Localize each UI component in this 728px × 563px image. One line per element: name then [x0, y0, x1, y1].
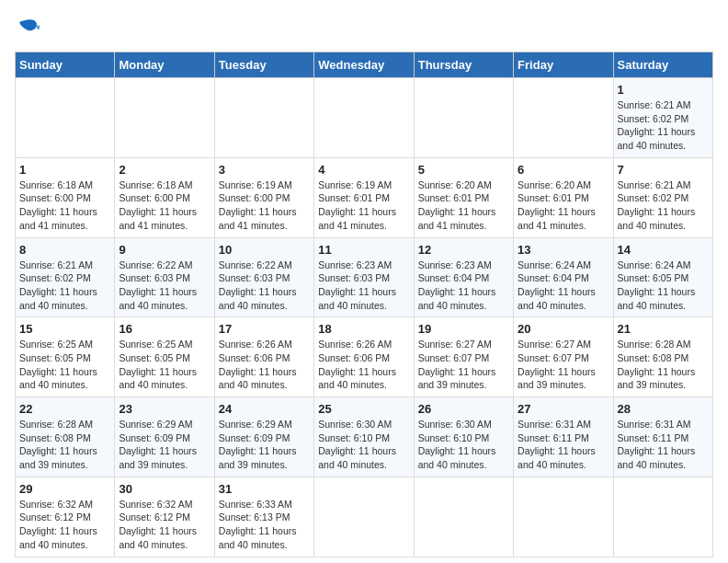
calendar-cell	[414, 477, 513, 557]
calendar-cell: 12 Sunrise: 6:23 AM Sunset: 6:04 PM Dayl…	[414, 237, 513, 317]
day-number: 16	[119, 322, 210, 336]
calendar-cell	[514, 477, 613, 557]
day-info: Sunrise: 6:30 AM Sunset: 6:10 PM Dayligh…	[418, 418, 509, 472]
day-number: 10	[219, 243, 310, 257]
calendar-cell: 14 Sunrise: 6:24 AM Sunset: 6:05 PM Dayl…	[613, 237, 712, 317]
day-info: Sunrise: 6:20 AM Sunset: 6:01 PM Dayligh…	[418, 178, 509, 233]
day-info: Sunrise: 6:20 AM Sunset: 6:01 PM Dayligh…	[518, 178, 609, 233]
day-number: 7	[618, 163, 709, 177]
calendar-cell	[314, 78, 414, 158]
calendar-week-4: 15 Sunrise: 6:25 AM Sunset: 6:05 PM Dayl…	[16, 317, 713, 397]
weekday-header-saturday: Saturday	[613, 52, 712, 78]
day-info: Sunrise: 6:24 AM Sunset: 6:05 PM Dayligh…	[618, 259, 709, 313]
day-info: Sunrise: 6:27 AM Sunset: 6:07 PM Dayligh…	[518, 338, 609, 392]
day-number: 13	[518, 243, 609, 257]
calendar-cell: 23 Sunrise: 6:29 AM Sunset: 6:09 PM Dayl…	[115, 397, 214, 477]
day-number: 14	[618, 243, 709, 257]
weekday-header-wednesday: Wednesday	[314, 52, 414, 78]
day-number: 25	[318, 402, 409, 416]
day-number: 29	[19, 482, 110, 496]
day-info: Sunrise: 6:18 AM Sunset: 6:00 PM Dayligh…	[19, 178, 110, 233]
day-number: 12	[418, 243, 509, 257]
weekday-header-sunday: Sunday	[16, 52, 115, 78]
day-number: 18	[318, 322, 409, 336]
logo	[15, 15, 44, 40]
day-info: Sunrise: 6:22 AM Sunset: 6:03 PM Dayligh…	[119, 259, 210, 313]
calendar-cell: 30 Sunrise: 6:32 AM Sunset: 6:12 PM Dayl…	[115, 477, 214, 557]
day-number: 26	[418, 402, 509, 416]
day-number: 30	[119, 482, 210, 496]
day-info: Sunrise: 6:33 AM Sunset: 6:13 PM Dayligh…	[219, 498, 310, 552]
day-info: Sunrise: 6:24 AM Sunset: 6:04 PM Dayligh…	[518, 259, 609, 313]
calendar-cell	[613, 477, 712, 557]
day-info: Sunrise: 6:31 AM Sunset: 6:11 PM Dayligh…	[518, 418, 609, 472]
calendar-cell: 25 Sunrise: 6:30 AM Sunset: 6:10 PM Dayl…	[314, 397, 414, 477]
day-number: 11	[318, 243, 409, 257]
day-info: Sunrise: 6:23 AM Sunset: 6:04 PM Dayligh…	[418, 259, 509, 313]
day-number: 19	[418, 322, 509, 336]
day-info: Sunrise: 6:21 AM Sunset: 6:02 PM Dayligh…	[19, 259, 110, 313]
day-number: 20	[518, 322, 609, 336]
calendar-week-5: 22 Sunrise: 6:28 AM Sunset: 6:08 PM Dayl…	[16, 397, 713, 477]
day-number: 9	[119, 243, 210, 257]
calendar-cell: 13 Sunrise: 6:24 AM Sunset: 6:04 PM Dayl…	[514, 237, 613, 317]
calendar-cell: 27 Sunrise: 6:31 AM Sunset: 6:11 PM Dayl…	[514, 397, 613, 477]
day-info: Sunrise: 6:27 AM Sunset: 6:07 PM Dayligh…	[418, 338, 509, 392]
calendar-cell	[214, 78, 313, 158]
calendar-week-6: 29 Sunrise: 6:32 AM Sunset: 6:12 PM Dayl…	[16, 477, 713, 557]
day-info: Sunrise: 6:29 AM Sunset: 6:09 PM Dayligh…	[119, 418, 210, 472]
day-number: 28	[618, 402, 709, 416]
day-number: 1	[19, 163, 110, 177]
calendar-cell: 31 Sunrise: 6:33 AM Sunset: 6:13 PM Dayl…	[214, 477, 313, 557]
day-info: Sunrise: 6:25 AM Sunset: 6:05 PM Dayligh…	[19, 338, 110, 392]
day-number: 15	[19, 322, 110, 336]
day-number: 6	[518, 163, 609, 177]
day-number: 8	[19, 243, 110, 257]
day-number: 21	[618, 322, 709, 336]
calendar-week-1: 1 Sunrise: 6:21 AM Sunset: 6:02 PM Dayli…	[16, 78, 713, 158]
calendar-cell: 3 Sunrise: 6:19 AM Sunset: 6:00 PM Dayli…	[214, 157, 313, 237]
calendar-cell: 24 Sunrise: 6:29 AM Sunset: 6:09 PM Dayl…	[214, 397, 313, 477]
calendar-cell: 6 Sunrise: 6:20 AM Sunset: 6:01 PM Dayli…	[514, 157, 613, 237]
calendar-header-row: SundayMondayTuesdayWednesdayThursdayFrid…	[16, 52, 713, 78]
calendar-cell	[314, 477, 414, 557]
weekday-header-friday: Friday	[514, 52, 613, 78]
logo-bird-icon	[15, 15, 40, 40]
weekday-header-thursday: Thursday	[414, 52, 513, 78]
day-number: 22	[19, 402, 110, 416]
calendar-table: SundayMondayTuesdayWednesdayThursdayFrid…	[15, 52, 713, 557]
day-info: Sunrise: 6:23 AM Sunset: 6:03 PM Dayligh…	[318, 259, 409, 313]
day-info: Sunrise: 6:26 AM Sunset: 6:06 PM Dayligh…	[219, 338, 310, 392]
calendar-cell: 29 Sunrise: 6:32 AM Sunset: 6:12 PM Dayl…	[16, 477, 115, 557]
day-info: Sunrise: 6:26 AM Sunset: 6:06 PM Dayligh…	[318, 338, 409, 392]
calendar-cell: 10 Sunrise: 6:22 AM Sunset: 6:03 PM Dayl…	[214, 237, 313, 317]
day-number: 23	[119, 402, 210, 416]
calendar-cell: 16 Sunrise: 6:25 AM Sunset: 6:05 PM Dayl…	[115, 317, 214, 397]
day-number: 27	[518, 402, 609, 416]
day-info: Sunrise: 6:30 AM Sunset: 6:10 PM Dayligh…	[318, 418, 409, 472]
day-info: Sunrise: 6:19 AM Sunset: 6:00 PM Dayligh…	[219, 178, 310, 233]
calendar-cell: 17 Sunrise: 6:26 AM Sunset: 6:06 PM Dayl…	[214, 317, 313, 397]
calendar-cell: 21 Sunrise: 6:28 AM Sunset: 6:08 PM Dayl…	[613, 317, 712, 397]
day-number: 17	[219, 322, 310, 336]
calendar-cell: 8 Sunrise: 6:21 AM Sunset: 6:02 PM Dayli…	[16, 237, 115, 317]
day-info: Sunrise: 6:32 AM Sunset: 6:12 PM Dayligh…	[19, 498, 110, 552]
calendar-cell: 11 Sunrise: 6:23 AM Sunset: 6:03 PM Dayl…	[314, 237, 414, 317]
day-info: Sunrise: 6:31 AM Sunset: 6:11 PM Dayligh…	[618, 418, 709, 472]
day-info: Sunrise: 6:28 AM Sunset: 6:08 PM Dayligh…	[19, 418, 110, 472]
calendar-cell: 19 Sunrise: 6:27 AM Sunset: 6:07 PM Dayl…	[414, 317, 513, 397]
calendar-week-3: 8 Sunrise: 6:21 AM Sunset: 6:02 PM Dayli…	[16, 237, 713, 317]
day-info: Sunrise: 6:32 AM Sunset: 6:12 PM Dayligh…	[119, 498, 210, 552]
day-info: Sunrise: 6:21 AM Sunset: 6:02 PM Dayligh…	[618, 98, 709, 153]
calendar-cell: 4 Sunrise: 6:19 AM Sunset: 6:01 PM Dayli…	[314, 157, 414, 237]
calendar-cell: 26 Sunrise: 6:30 AM Sunset: 6:10 PM Dayl…	[414, 397, 513, 477]
calendar-cell: 5 Sunrise: 6:20 AM Sunset: 6:01 PM Dayli…	[414, 157, 513, 237]
calendar-cell: 1 Sunrise: 6:18 AM Sunset: 6:00 PM Dayli…	[16, 157, 115, 237]
calendar-cell: 15 Sunrise: 6:25 AM Sunset: 6:05 PM Dayl…	[16, 317, 115, 397]
page-header	[15, 15, 713, 40]
calendar-cell: 2 Sunrise: 6:18 AM Sunset: 6:00 PM Dayli…	[115, 157, 214, 237]
day-info: Sunrise: 6:18 AM Sunset: 6:00 PM Dayligh…	[119, 178, 210, 233]
day-number: 4	[318, 163, 409, 177]
day-number: 5	[418, 163, 509, 177]
day-info: Sunrise: 6:25 AM Sunset: 6:05 PM Dayligh…	[119, 338, 210, 392]
